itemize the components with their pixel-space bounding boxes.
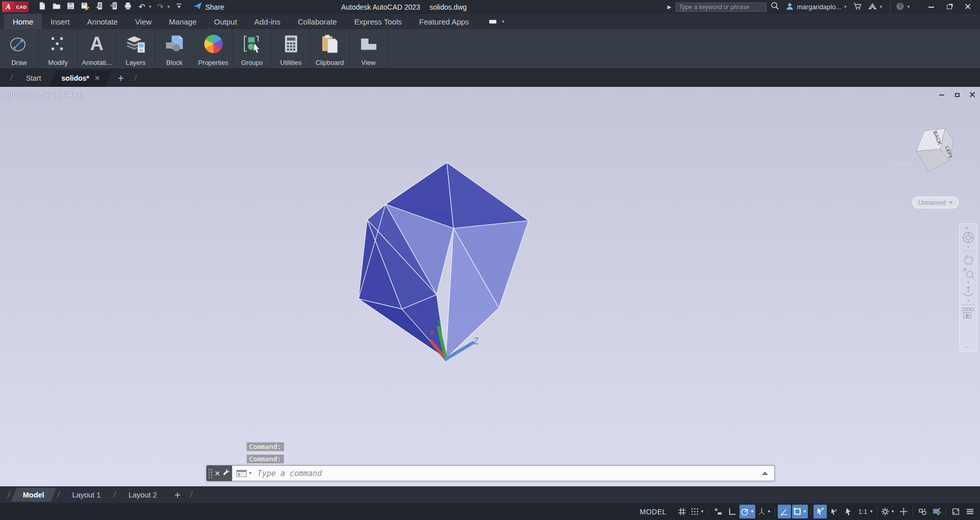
annotation-scale-toggle[interactable] [842,505,855,518]
named-view-dropdown[interactable]: Unnamed [913,197,959,208]
ribbon-panel-view[interactable]: View [349,29,388,68]
customize-quick-access-button[interactable] [173,1,185,13]
file-tab-solidos[interactable]: solidos* ✕ [51,69,110,87]
save-button[interactable] [64,1,77,13]
layout-tab-model[interactable]: Model [13,486,55,503]
ribbon-display-toggle[interactable]: ▼ [485,14,510,29]
drawing-viewport[interactable]: XYZ [−][Custom View][X-Ray] ✕ BACK LEFT … [0,87,980,486]
ribbon-tab-view[interactable]: View [127,14,160,29]
navbar-close-icon[interactable]: ✕ [960,225,977,231]
ortho-toggle[interactable] [725,505,738,518]
viewport-close-icon[interactable]: ✕ [969,91,976,99]
isometric-drafting-toggle[interactable]: ▼ [756,505,772,518]
signed-in-user[interactable]: margaridaplo... ▼ [785,2,848,12]
ribbon-tab-express-tools[interactable]: Express Tools [346,14,411,29]
command-input-area[interactable]: ▼ [232,465,775,481]
pan-icon[interactable] [960,253,977,266]
ribbon-panel-draw[interactable]: Draw [0,29,39,68]
graphics-performance-toggle[interactable] [930,505,943,518]
open-web-mobile-button[interactable] [93,1,105,13]
minimize-button[interactable] [924,1,938,13]
ribbon-panel-utilities[interactable]: Utilities [272,29,310,68]
viewcube[interactable]: BACK LEFT [886,125,980,181]
command-window-grip[interactable] [208,469,212,478]
open-folder-button[interactable] [50,1,62,13]
command-expand-icon[interactable] [762,471,768,475]
command-customize-wrench-icon[interactable] [222,468,230,478]
ribbon-tab-home[interactable]: Home [4,14,42,29]
isolate-objects-toggle[interactable] [916,505,929,518]
navigation-bar[interactable]: ✕ ▼ ▼ ▼ − [959,223,977,352]
orbit-dropdown-icon[interactable]: ▼ [960,298,977,303]
new-drawing-tab-button[interactable]: ＋ [111,71,131,85]
ribbon-tab-featured-apps[interactable]: Featured Apps [411,14,478,29]
help-button[interactable]: ? ▼ [896,2,911,12]
ribbon-tab-insert[interactable]: Insert [42,14,79,29]
layout-tab-layout-2[interactable]: Layout 2 [118,486,168,503]
close-button[interactable]: ✕ [961,1,975,13]
restore-button[interactable] [942,1,957,13]
new-file-button[interactable] [36,1,48,13]
command-close-icon[interactable]: ✕ [214,469,221,478]
ribbon-panel-groups[interactable]: Groups [233,29,272,68]
search-expand-icon[interactable]: ▶ [667,4,672,10]
ribbon-panel-block[interactable]: Block [155,29,194,68]
object-snap-toggle[interactable]: ▼ [792,505,808,518]
recent-commands-dropdown-icon[interactable]: ▼ [248,471,252,476]
share-button[interactable]: Share [193,2,224,12]
zoom-dropdown-icon[interactable]: ▼ [960,279,977,285]
crosshair-toggle[interactable] [897,505,910,518]
dynamic-input-toggle[interactable] [711,505,724,518]
app-store-cart-button[interactable] [853,2,862,12]
search-icon[interactable] [771,2,779,12]
help-search-input[interactable] [676,3,767,12]
ribbon-panel-layers[interactable]: Layers [116,29,155,68]
undo-dropdown-icon[interactable]: ▼ [148,5,152,9]
orbit-icon[interactable] [960,285,977,298]
viewport-minimize-icon[interactable] [938,91,945,99]
showmotion-icon[interactable] [960,306,977,320]
ribbon-panel-properties[interactable]: Properties [194,29,233,68]
file-tab-start[interactable]: Start [16,69,52,87]
navigation-wheel-icon[interactable] [960,231,977,244]
snap-mode-toggle[interactable]: ▼ [689,505,705,518]
polar-tracking-toggle[interactable]: ▼ [739,505,755,518]
ribbon-panel-clipboard[interactable]: Clipboard [310,29,349,68]
grid-toggle[interactable] [675,505,688,518]
viewport-restore-icon[interactable] [953,91,961,99]
redo-button[interactable]: ↷ [154,1,166,13]
object-snap-tracking-toggle[interactable] [778,505,791,518]
clean-screen-toggle[interactable] [949,505,962,518]
ribbon-tab-add-ins[interactable]: Add-ins [246,14,289,29]
autocad-app-logo[interactable]: A CAD [2,2,29,12]
new-layout-button[interactable]: ＋ [167,488,187,502]
redo-dropdown-icon[interactable]: ▼ [166,5,171,9]
layout-tab-layout-1[interactable]: Layout 1 [62,486,111,503]
wheel-dropdown-icon[interactable]: ▼ [960,244,977,249]
workspace-toggle[interactable]: ▼ [880,505,896,518]
ribbon-tab-annotate[interactable]: Annotate [79,14,127,29]
add-scales-toggle[interactable] [828,505,841,518]
annotation-visibility-toggle[interactable] [814,505,827,518]
file-tab-close-icon[interactable]: ✕ [94,74,101,82]
viewport-controls[interactable]: [−][Custom View][X-Ray] [2,91,82,99]
icosahedron-solid[interactable]: XYZ [0,87,980,486]
ribbon-panel-annotation[interactable]: AAnnotati... [78,29,116,68]
ribbon-tab-output[interactable]: Output [205,14,246,29]
command-line-window[interactable]: ✕ ▼ [206,465,775,481]
ribbon-panel-modify[interactable]: Modify [39,29,78,68]
customization-toggle[interactable] [963,505,976,518]
zoom-icon[interactable] [960,266,977,279]
save-web-mobile-button[interactable] [107,1,119,13]
command-input[interactable] [257,469,762,478]
scale-value-toggle[interactable]: 1:1▼ [856,505,874,518]
model-space-button[interactable]: MODEL [635,508,672,516]
autodesk-apps-button[interactable]: ▼ [868,2,883,12]
undo-button[interactable]: ↶ [136,1,148,13]
navbar-minimize-icon[interactable]: − [960,343,977,350]
ribbon-tab-manage[interactable]: Manage [160,14,205,29]
save-as-button[interactable] [79,1,91,13]
ribbon-tab-collaborate[interactable]: Collaborate [289,14,346,29]
recent-commands-icon[interactable]: ▼ [236,470,252,477]
plot-button[interactable] [122,1,134,13]
